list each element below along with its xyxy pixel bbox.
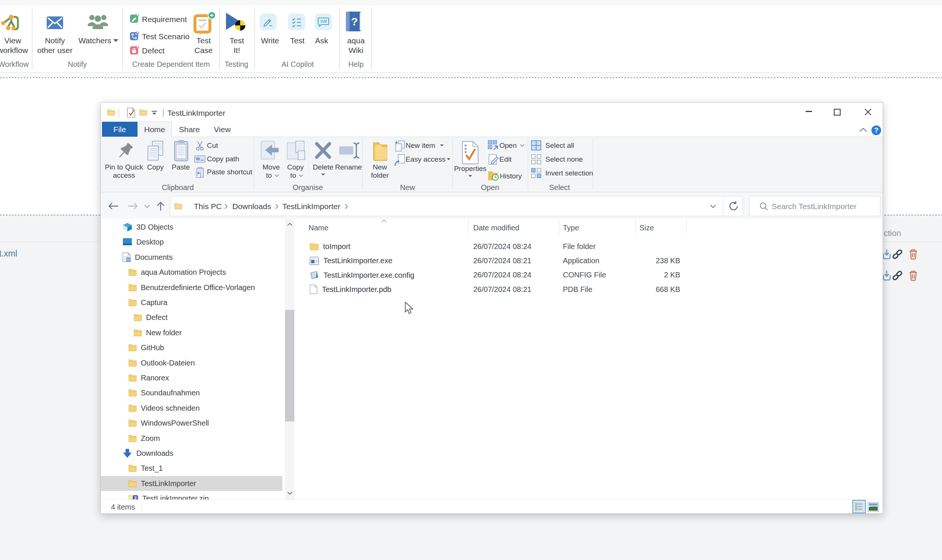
svg-text:?: ? [351,15,358,28]
